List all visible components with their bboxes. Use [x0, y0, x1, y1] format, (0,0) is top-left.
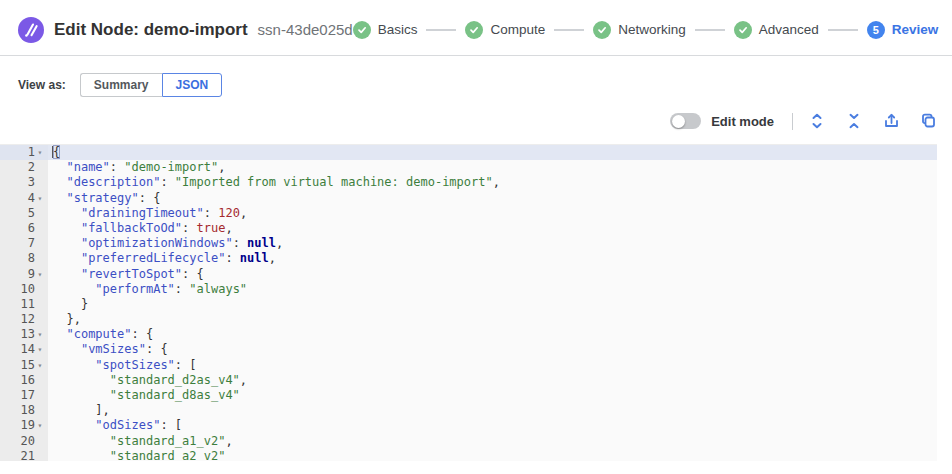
code-line-text: "performAt": "always" — [48, 282, 937, 297]
step-connector — [426, 29, 456, 31]
code-line[interactable]: 7 "optimizationWindows": null, — [0, 236, 937, 251]
code-line-text: "standard_d2as_v4", — [48, 373, 937, 388]
gutter-fold-toggle[interactable]: 4▾ — [0, 191, 48, 206]
code-line-text: "standard_a2_v2" — [48, 449, 937, 461]
code-line-text: "standard_a1_v2", — [48, 434, 937, 449]
code-line-text: "spotSizes": [ — [48, 358, 937, 373]
fold-arrow-icon[interactable]: ▾ — [35, 418, 45, 433]
collapse-all-icon[interactable] — [846, 113, 862, 129]
code-line-text: "optimizationWindows": null, — [48, 236, 937, 251]
code-line-text: "compute": { — [48, 327, 937, 342]
fold-arrow-icon[interactable]: ▾ — [35, 358, 45, 373]
check-icon — [465, 21, 483, 39]
step-networking[interactable]: Networking — [593, 21, 686, 39]
code-line-text: "vmSizes": { — [48, 342, 937, 357]
spot-logo-icon — [18, 17, 44, 43]
node-id: ssn-43de025d — [258, 21, 353, 38]
code-line[interactable]: 18 ], — [0, 403, 937, 418]
page-header: Edit Node: demo-import ssn-43de025d Basi… — [0, 0, 952, 56]
fold-arrow-icon[interactable]: ▾ — [35, 327, 45, 342]
gutter-fold-toggle[interactable]: 1▾ — [0, 145, 48, 160]
step-label: Compute — [490, 22, 545, 37]
code-line[interactable]: 15▾ "spotSizes": [ — [0, 358, 937, 373]
gutter-fold-toggle[interactable]: 13▾ — [0, 327, 48, 342]
gutter-line-number: 2 — [0, 160, 48, 175]
code-line-text: }, — [48, 312, 937, 327]
code-line[interactable]: 2 "name": "demo-import", — [0, 160, 937, 175]
code-line[interactable]: 5 "drainingTimeout": 120, — [0, 206, 937, 221]
gutter-line-number: 21 — [0, 449, 48, 461]
step-basics[interactable]: Basics — [353, 21, 418, 39]
step-number-badge: 5 — [867, 21, 885, 39]
code-line[interactable]: 8 "preferredLifecycle": null, — [0, 251, 937, 266]
gutter-fold-toggle[interactable]: 9▾ — [0, 267, 48, 282]
toolbar-divider — [792, 113, 793, 130]
code-line[interactable]: 14▾ "vmSizes": { — [0, 342, 937, 357]
code-line-text: } — [48, 297, 937, 312]
code-line-text: ], — [48, 403, 937, 418]
step-advanced[interactable]: Advanced — [734, 21, 819, 39]
step-review[interactable]: 5 Review — [867, 21, 939, 39]
fold-arrow-icon[interactable]: ▾ — [35, 191, 45, 206]
editor-toolbar: Edit mode — [0, 98, 952, 144]
step-label: Basics — [378, 22, 418, 37]
gutter-fold-toggle[interactable]: 19▾ — [0, 418, 48, 433]
step-compute[interactable]: Compute — [465, 21, 545, 39]
expand-all-icon[interactable] — [809, 113, 825, 129]
code-line-text: { — [48, 145, 937, 160]
code-line[interactable]: 9▾ "revertToSpot": { — [0, 267, 937, 282]
editor-tool-icons — [809, 113, 936, 129]
code-line[interactable]: 20 "standard_a1_v2", — [0, 434, 937, 449]
code-line-text: "drainingTimeout": 120, — [48, 206, 937, 221]
code-line-text: "fallbackToOd": true, — [48, 221, 937, 236]
gutter-line-number: 20 — [0, 434, 48, 449]
copy-icon[interactable] — [920, 113, 936, 129]
step-connector — [828, 29, 858, 31]
fold-arrow-icon[interactable]: ▾ — [35, 145, 45, 160]
code-line-text: "standard_d8as_v4" — [48, 388, 937, 403]
code-line[interactable]: 4▾ "strategy": { — [0, 191, 937, 206]
view-as-row: View as: Summary JSON — [0, 56, 952, 98]
code-line[interactable]: 19▾ "odSizes": [ — [0, 418, 937, 433]
step-connector — [695, 29, 725, 31]
edit-mode-label: Edit mode — [711, 114, 774, 129]
gutter-line-number: 18 — [0, 403, 48, 418]
code-line[interactable]: 11 } — [0, 297, 937, 312]
gutter-line-number: 10 — [0, 282, 48, 297]
code-line-text: "odSizes": [ — [48, 418, 937, 433]
view-as-segmented-control: Summary JSON — [80, 73, 222, 97]
code-line[interactable]: 16 "standard_d2as_v4", — [0, 373, 937, 388]
code-line-text: "preferredLifecycle": null, — [48, 251, 937, 266]
code-line[interactable]: 21 "standard_a2_v2" — [0, 449, 937, 461]
check-icon — [593, 21, 611, 39]
fold-arrow-icon[interactable]: ▾ — [35, 342, 45, 357]
view-json-button[interactable]: JSON — [162, 73, 223, 97]
code-line[interactable]: 1▾{ — [0, 145, 937, 160]
edit-mode-toggle[interactable] — [670, 113, 701, 129]
gutter-line-number: 11 — [0, 297, 48, 312]
code-line[interactable]: 17 "standard_d8as_v4" — [0, 388, 937, 403]
fold-arrow-icon[interactable]: ▾ — [35, 267, 45, 282]
code-editor[interactable]: 1▾{2 "name": "demo-import",3 "descriptio… — [0, 144, 937, 461]
step-label: Networking — [618, 22, 686, 37]
code-line[interactable]: 10 "performAt": "always" — [0, 282, 937, 297]
code-line[interactable]: 6 "fallbackToOd": true, — [0, 221, 937, 236]
code-line-text: "revertToSpot": { — [48, 267, 937, 282]
gutter-fold-toggle[interactable]: 14▾ — [0, 342, 48, 357]
gutter-line-number: 7 — [0, 236, 48, 251]
gutter-fold-toggle[interactable]: 15▾ — [0, 358, 48, 373]
gutter-line-number: 8 — [0, 251, 48, 266]
export-icon[interactable] — [883, 113, 899, 129]
code-line[interactable]: 13▾ "compute": { — [0, 327, 937, 342]
code-line[interactable]: 3 "description": "Imported from virtual … — [0, 175, 937, 190]
gutter-line-number: 12 — [0, 312, 48, 327]
step-label: Advanced — [759, 22, 819, 37]
view-summary-button[interactable]: Summary — [80, 73, 162, 97]
code-line-text: "description": "Imported from virtual ma… — [48, 175, 937, 190]
gutter-line-number: 6 — [0, 221, 48, 236]
view-as-label: View as: — [18, 78, 66, 92]
code-line[interactable]: 12 }, — [0, 312, 937, 327]
gutter-line-number: 17 — [0, 388, 48, 403]
check-icon — [734, 21, 752, 39]
check-icon — [353, 21, 371, 39]
